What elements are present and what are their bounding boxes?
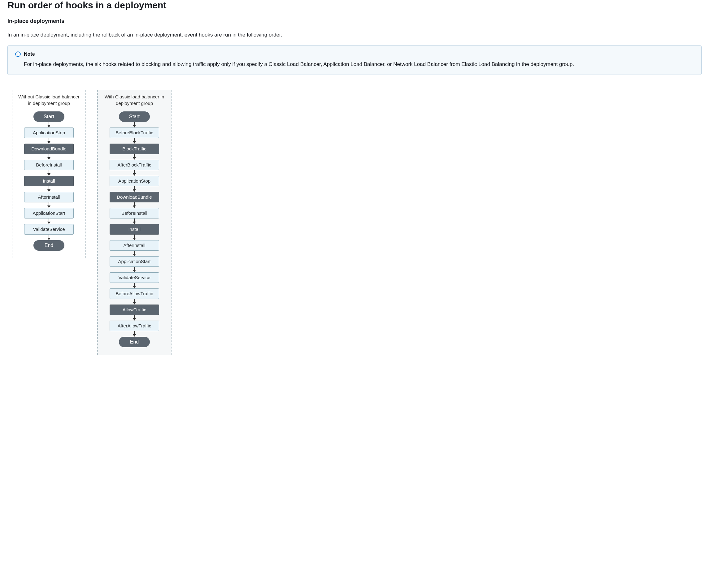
intro-paragraph: In an in-place deployment, including the…: [7, 32, 702, 38]
section-subtitle: In-place deployments: [7, 18, 702, 24]
flow-step: ValidateService: [24, 224, 74, 235]
flow-step: End: [119, 337, 150, 347]
arrow-down-icon: [133, 186, 136, 192]
arrow-down-icon: [47, 122, 50, 128]
arrow-down-icon: [133, 251, 136, 256]
flow-step: BeforeAllowTraffic: [110, 288, 159, 299]
arrow-down-icon: [133, 218, 136, 224]
flow-step: AfterAllowTraffic: [110, 321, 159, 331]
flow-step: Start: [119, 111, 150, 122]
arrow-down-icon: [133, 154, 136, 160]
note-body: For in-place deployments, the six hooks …: [15, 61, 694, 69]
arrow-down-icon: [47, 154, 50, 160]
flow-step: ApplicationStop: [110, 176, 159, 186]
arrow-down-icon: [47, 170, 50, 176]
flow-step: ApplicationStop: [24, 128, 74, 138]
flow-step: End: [33, 240, 64, 251]
flow-step: BlockTraffic: [110, 143, 159, 154]
arrow-down-icon: [133, 138, 136, 143]
arrow-down-icon: [47, 138, 50, 143]
flow-step: AllowTraffic: [110, 304, 159, 315]
arrow-down-icon: [133, 122, 136, 128]
svg-point-1: [18, 53, 18, 53]
arrow-down-icon: [47, 203, 50, 208]
flow-step: BeforeInstall: [24, 160, 74, 170]
flow-step: ApplicationStart: [24, 208, 74, 218]
arrow-down-icon: [133, 235, 136, 240]
arrow-down-icon: [47, 186, 50, 192]
info-icon: [15, 51, 21, 57]
flow-column-with-lb: With Classic load balancer in deployment…: [97, 90, 172, 355]
arrow-down-icon: [133, 170, 136, 176]
flow-step: DownloadBundle: [24, 143, 74, 154]
flow-step: BeforeBlockTraffic: [110, 128, 159, 138]
arrow-down-icon: [133, 267, 136, 272]
flow-step: Install: [24, 176, 74, 186]
flow-step: ValidateService: [110, 272, 159, 283]
flow-step: AfterInstall: [24, 192, 74, 203]
flow-step: ApplicationStart: [110, 256, 159, 267]
arrow-down-icon: [133, 315, 136, 321]
arrow-down-icon: [47, 235, 50, 240]
flow-step: Install: [110, 224, 159, 235]
flow-header: Without Classic load balancer in deploym…: [12, 91, 85, 111]
arrow-down-icon: [133, 203, 136, 208]
note-callout: Note For in-place deployments, the six h…: [7, 46, 702, 75]
arrow-down-icon: [133, 331, 136, 337]
flow-diagrams: Without Classic load balancer in deploym…: [7, 90, 702, 355]
flow-header: With Classic load balancer in deployment…: [98, 91, 171, 111]
flow-step: AfterBlockTraffic: [110, 160, 159, 170]
note-label: Note: [24, 51, 35, 57]
arrow-down-icon: [133, 299, 136, 304]
flow-column-without-lb: Without Classic load balancer in deploym…: [12, 90, 86, 258]
page-title: Run order of hooks in a deployment: [7, 0, 702, 10]
flow-step: BeforeInstall: [110, 208, 159, 218]
flow-step: AfterInstall: [110, 240, 159, 251]
arrow-down-icon: [47, 218, 50, 224]
svg-rect-2: [18, 54, 18, 56]
arrow-down-icon: [133, 283, 136, 288]
flow-step: Start: [33, 111, 64, 122]
flow-step: DownloadBundle: [110, 192, 159, 203]
